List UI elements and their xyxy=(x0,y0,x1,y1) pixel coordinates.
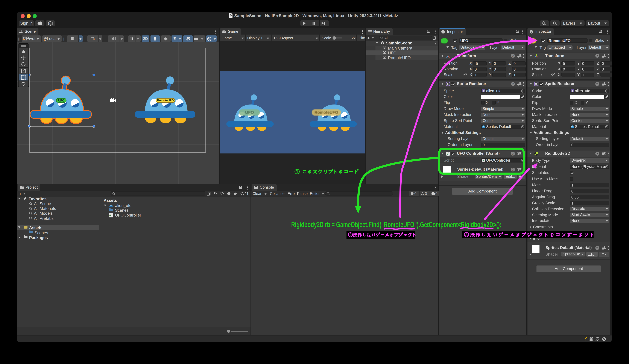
svg-text:D: D xyxy=(49,22,51,25)
svg-text:RomoteUFO: RomoteUFO xyxy=(157,99,174,102)
svg-text:#: # xyxy=(483,159,484,162)
svg-text:Y: Y xyxy=(72,39,73,41)
svg-text:#: # xyxy=(447,153,449,155)
svg-text:UFO: UFO xyxy=(58,99,64,102)
